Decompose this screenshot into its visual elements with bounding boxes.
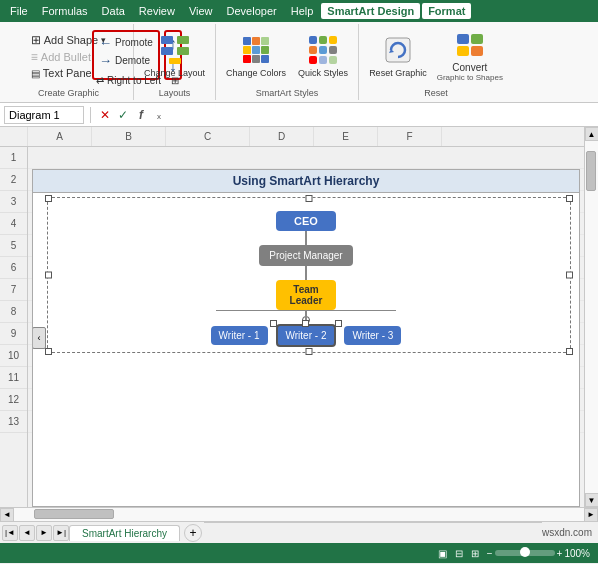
handle-br[interactable] xyxy=(566,348,573,355)
sheet-nav-prev[interactable]: ◄ xyxy=(19,525,35,541)
change-layout-button[interactable]: Change Layout xyxy=(140,31,209,82)
cancel-formula-icon[interactable]: ✕ xyxy=(97,107,113,123)
grid-row-1 xyxy=(28,147,584,169)
handle-ml[interactable] xyxy=(45,272,52,279)
convert-icon xyxy=(454,29,486,61)
zoom-in-button[interactable]: + xyxy=(557,548,563,559)
tab-spacer xyxy=(204,522,542,543)
handle-tl[interactable] xyxy=(45,195,52,202)
zoom-thumb[interactable] xyxy=(520,547,530,557)
change-colors-button[interactable]: Change Colors xyxy=(222,31,290,82)
scroll-up-button[interactable]: ▲ xyxy=(585,127,599,141)
convert-button[interactable]: Convert Graphic to Shapes xyxy=(433,61,507,83)
change-colors-label: Change Colors xyxy=(226,68,286,79)
row-num-13: 13 xyxy=(0,411,27,433)
svg-rect-17 xyxy=(309,46,317,54)
svg-rect-10 xyxy=(261,46,269,54)
svg-rect-8 xyxy=(243,46,251,54)
status-bar: ▣ ⊟ ⊞ − + 100% xyxy=(0,543,598,563)
handle-bm[interactable] xyxy=(306,348,313,355)
scroll-thumb[interactable] xyxy=(586,151,596,191)
menu-review[interactable]: Review xyxy=(133,3,181,19)
page-break-icon[interactable]: ⊞ xyxy=(471,548,479,559)
add-sheet-button[interactable]: + xyxy=(184,524,202,542)
menu-view[interactable]: View xyxy=(183,3,219,19)
row-num-11: 11 xyxy=(0,367,27,389)
row-num-9: 9 xyxy=(0,323,27,345)
quick-styles-label: Quick Styles xyxy=(298,68,348,79)
change-colors-icon xyxy=(240,34,272,66)
handle-bl[interactable] xyxy=(45,348,52,355)
text-pane-icon: ▤ xyxy=(31,68,40,79)
svg-rect-0 xyxy=(161,36,173,44)
svg-rect-12 xyxy=(252,55,260,63)
row-num-2: 2 xyxy=(0,169,27,191)
col-header-e: E xyxy=(314,127,378,146)
formula-input[interactable] xyxy=(171,106,594,124)
handle-w2-tl[interactable] xyxy=(270,320,277,327)
hierarchy-chart: CEO Project Manager Team xyxy=(53,203,559,347)
handle-tr[interactable] xyxy=(566,195,573,202)
smartart-container[interactable]: ‹ Using SmartArt Hierarchy xyxy=(32,169,580,507)
zoom-out-button[interactable]: − xyxy=(487,548,493,559)
menu-smartart-design[interactable]: SmartArt Design xyxy=(321,3,420,19)
scroll-left-button[interactable]: ◄ xyxy=(0,508,14,522)
node-writer3[interactable]: Writer - 3 xyxy=(344,326,401,345)
menu-data[interactable]: Data xyxy=(96,3,131,19)
formula-icons: ✕ ✓ f x xyxy=(97,105,167,125)
quick-styles-icon xyxy=(307,34,339,66)
quick-styles-button[interactable]: Quick Styles xyxy=(294,31,352,82)
scroll-down-button[interactable]: ▼ xyxy=(585,493,599,507)
menu-developer[interactable]: Developer xyxy=(221,3,283,19)
sheet-nav-first[interactable]: |◄ xyxy=(2,525,18,541)
handle-tm[interactable] xyxy=(306,195,313,202)
promote-icon: ← xyxy=(99,35,112,50)
grid-area: A B C D E F 1 2 3 4 5 6 xyxy=(0,127,598,521)
sheet-nav-next[interactable]: ► xyxy=(36,525,52,541)
normal-view-icon[interactable]: ▣ xyxy=(438,548,447,559)
scroll-right-button[interactable]: ► xyxy=(584,508,598,522)
svg-rect-18 xyxy=(319,46,327,54)
sheet-nav-last[interactable]: ►| xyxy=(53,525,69,541)
svg-rect-16 xyxy=(329,36,337,44)
handle-w2-tm[interactable] xyxy=(302,320,309,327)
node-team-leader[interactable]: Team Leader xyxy=(276,280,336,310)
zoom-control: − + 100% xyxy=(487,548,590,559)
handle-w2-tr[interactable] xyxy=(335,320,342,327)
change-layout-label: Change Layout xyxy=(144,68,205,79)
node-ceo[interactable]: CEO xyxy=(276,211,336,231)
sheet-tab-smartart-hierarchy[interactable]: SmartArt Hierarchy xyxy=(69,525,180,541)
node-project-manager[interactable]: Project Manager xyxy=(259,245,352,266)
layouts-label: Layouts xyxy=(159,88,191,98)
row-num-3: 3 xyxy=(0,191,27,213)
confirm-formula-icon[interactable]: ✓ xyxy=(115,107,131,123)
collapse-arrow[interactable]: ‹ xyxy=(32,327,46,349)
menu-file[interactable]: File xyxy=(4,3,34,19)
zoom-slider[interactable] xyxy=(495,550,555,556)
row-num-6: 6 xyxy=(0,257,27,279)
fx-subscript: x xyxy=(151,109,167,125)
grid-rows: 1 2 3 4 5 6 7 8 9 10 11 12 13 xyxy=(0,147,584,507)
row-numbers: 1 2 3 4 5 6 7 8 9 10 11 12 13 xyxy=(0,147,28,507)
reset-graphic-button[interactable]: Reset Graphic xyxy=(365,31,431,82)
node-writer1[interactable]: Writer - 1 xyxy=(211,326,268,345)
svg-rect-28 xyxy=(471,46,483,56)
scroll-track xyxy=(585,141,599,493)
ribbon: ⊞ Add Shape ▾ ≡ Add Bullet ▤ Text Pane ← xyxy=(0,22,598,103)
menu-format[interactable]: Format xyxy=(422,3,471,19)
insert-function-icon[interactable]: f xyxy=(133,107,149,123)
svg-rect-20 xyxy=(309,56,317,64)
svg-rect-4 xyxy=(169,58,181,64)
node-writer2[interactable]: Writer - 2 xyxy=(276,324,337,347)
writers-row: Writer - 1 Writer - 2 Writer - 3 xyxy=(211,324,402,347)
handle-mr[interactable] xyxy=(566,272,573,279)
right-to-left-icon: ⇄ xyxy=(96,75,104,86)
h-scroll-thumb[interactable] xyxy=(34,509,114,519)
page-layout-icon[interactable]: ⊟ xyxy=(455,548,463,559)
svg-rect-13 xyxy=(261,55,269,63)
svg-rect-9 xyxy=(252,46,260,54)
menu-help[interactable]: Help xyxy=(285,3,320,19)
svg-rect-11 xyxy=(243,55,251,63)
name-box[interactable]: Diagram 1 xyxy=(4,106,84,124)
menu-formulas[interactable]: Formulas xyxy=(36,3,94,19)
